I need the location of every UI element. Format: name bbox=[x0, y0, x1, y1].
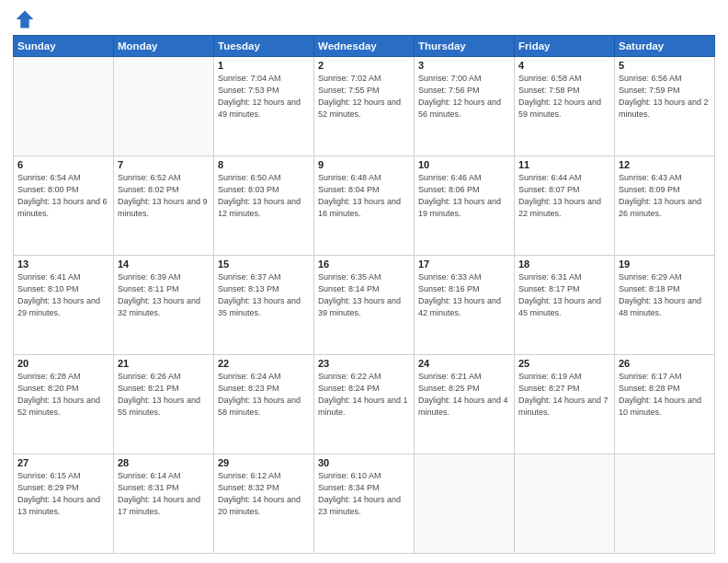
calendar-cell: 17Sunrise: 6:33 AM Sunset: 8:16 PM Dayli… bbox=[415, 256, 515, 355]
day-number: 8 bbox=[218, 159, 310, 170]
calendar-cell: 1Sunrise: 7:04 AM Sunset: 7:53 PM Daylig… bbox=[214, 57, 314, 156]
day-info: Sunrise: 6:10 AM Sunset: 8:34 PM Dayligh… bbox=[318, 470, 410, 518]
calendar-cell: 7Sunrise: 6:52 AM Sunset: 8:02 PM Daylig… bbox=[114, 156, 214, 256]
week-row-0: 1Sunrise: 7:04 AM Sunset: 7:53 PM Daylig… bbox=[14, 57, 715, 156]
day-info: Sunrise: 6:50 AM Sunset: 8:03 PM Dayligh… bbox=[218, 172, 310, 220]
calendar-cell bbox=[14, 57, 114, 156]
day-number: 9 bbox=[318, 159, 410, 170]
day-info: Sunrise: 7:04 AM Sunset: 7:53 PM Dayligh… bbox=[218, 73, 310, 121]
logo-inner bbox=[13, 9, 37, 29]
day-number: 6 bbox=[17, 159, 109, 170]
week-row-2: 13Sunrise: 6:41 AM Sunset: 8:10 PM Dayli… bbox=[14, 256, 715, 355]
calendar-cell bbox=[515, 454, 615, 554]
day-number: 27 bbox=[17, 457, 109, 468]
calendar-cell bbox=[114, 57, 214, 156]
page: SundayMondayTuesdayWednesdayThursdayFrid… bbox=[0, 0, 728, 563]
day-number: 14 bbox=[118, 259, 210, 270]
calendar-table: SundayMondayTuesdayWednesdayThursdayFrid… bbox=[13, 35, 715, 554]
day-info: Sunrise: 6:35 AM Sunset: 8:14 PM Dayligh… bbox=[318, 271, 410, 319]
day-number: 23 bbox=[318, 358, 410, 369]
calendar-cell bbox=[415, 454, 515, 554]
day-info: Sunrise: 6:56 AM Sunset: 7:59 PM Dayligh… bbox=[619, 73, 711, 121]
calendar-cell: 10Sunrise: 6:46 AM Sunset: 8:06 PM Dayli… bbox=[415, 156, 515, 256]
day-number: 12 bbox=[619, 159, 711, 170]
day-number: 13 bbox=[17, 259, 109, 270]
calendar-cell: 9Sunrise: 6:48 AM Sunset: 8:04 PM Daylig… bbox=[314, 156, 415, 256]
calendar-cell: 21Sunrise: 6:26 AM Sunset: 8:21 PM Dayli… bbox=[114, 355, 214, 454]
day-number: 24 bbox=[418, 358, 510, 369]
day-info: Sunrise: 6:43 AM Sunset: 8:09 PM Dayligh… bbox=[619, 172, 711, 220]
day-info: Sunrise: 6:58 AM Sunset: 7:58 PM Dayligh… bbox=[518, 73, 610, 121]
day-number: 25 bbox=[518, 358, 610, 369]
day-number: 26 bbox=[619, 358, 711, 369]
week-row-1: 6Sunrise: 6:54 AM Sunset: 8:00 PM Daylig… bbox=[14, 156, 715, 256]
day-number: 22 bbox=[218, 358, 310, 369]
calendar-cell: 28Sunrise: 6:14 AM Sunset: 8:31 PM Dayli… bbox=[114, 454, 214, 554]
week-row-3: 20Sunrise: 6:28 AM Sunset: 8:20 PM Dayli… bbox=[14, 355, 715, 454]
calendar-cell: 11Sunrise: 6:44 AM Sunset: 8:07 PM Dayli… bbox=[515, 156, 615, 256]
calendar-cell: 27Sunrise: 6:15 AM Sunset: 8:29 PM Dayli… bbox=[14, 454, 114, 554]
general-blue-icon bbox=[15, 9, 35, 29]
calendar-cell: 19Sunrise: 6:29 AM Sunset: 8:18 PM Dayli… bbox=[615, 256, 715, 355]
day-info: Sunrise: 6:37 AM Sunset: 8:13 PM Dayligh… bbox=[218, 271, 310, 319]
day-number: 1 bbox=[218, 60, 310, 71]
calendar-cell: 12Sunrise: 6:43 AM Sunset: 8:09 PM Dayli… bbox=[615, 156, 715, 256]
col-header-sunday: Sunday bbox=[14, 36, 114, 57]
day-number: 18 bbox=[518, 259, 610, 270]
col-header-tuesday: Tuesday bbox=[214, 36, 314, 57]
day-info: Sunrise: 6:28 AM Sunset: 8:20 PM Dayligh… bbox=[17, 371, 109, 419]
calendar-cell: 30Sunrise: 6:10 AM Sunset: 8:34 PM Dayli… bbox=[314, 454, 415, 554]
day-info: Sunrise: 6:19 AM Sunset: 8:27 PM Dayligh… bbox=[518, 371, 610, 419]
day-number: 7 bbox=[118, 159, 210, 170]
day-info: Sunrise: 6:52 AM Sunset: 8:02 PM Dayligh… bbox=[118, 172, 210, 220]
day-info: Sunrise: 6:39 AM Sunset: 8:11 PM Dayligh… bbox=[118, 271, 210, 319]
day-info: Sunrise: 6:46 AM Sunset: 8:06 PM Dayligh… bbox=[418, 172, 510, 220]
week-row-4: 27Sunrise: 6:15 AM Sunset: 8:29 PM Dayli… bbox=[14, 454, 715, 554]
calendar-cell bbox=[615, 454, 715, 554]
day-number: 11 bbox=[518, 159, 610, 170]
col-header-friday: Friday bbox=[515, 36, 615, 57]
day-info: Sunrise: 6:29 AM Sunset: 8:18 PM Dayligh… bbox=[619, 271, 711, 319]
day-info: Sunrise: 6:54 AM Sunset: 8:00 PM Dayligh… bbox=[17, 172, 109, 220]
col-header-wednesday: Wednesday bbox=[314, 36, 415, 57]
calendar-cell: 26Sunrise: 6:17 AM Sunset: 8:28 PM Dayli… bbox=[615, 355, 715, 454]
day-number: 15 bbox=[218, 259, 310, 270]
calendar-cell: 23Sunrise: 6:22 AM Sunset: 8:24 PM Dayli… bbox=[314, 355, 415, 454]
day-info: Sunrise: 7:00 AM Sunset: 7:56 PM Dayligh… bbox=[418, 73, 510, 121]
day-info: Sunrise: 6:22 AM Sunset: 8:24 PM Dayligh… bbox=[318, 371, 410, 419]
calendar-cell: 6Sunrise: 6:54 AM Sunset: 8:00 PM Daylig… bbox=[14, 156, 114, 256]
calendar-cell: 4Sunrise: 6:58 AM Sunset: 7:58 PM Daylig… bbox=[515, 57, 615, 156]
day-number: 16 bbox=[318, 259, 410, 270]
calendar-cell: 24Sunrise: 6:21 AM Sunset: 8:25 PM Dayli… bbox=[415, 355, 515, 454]
day-info: Sunrise: 6:41 AM Sunset: 8:10 PM Dayligh… bbox=[17, 271, 109, 319]
day-info: Sunrise: 6:17 AM Sunset: 8:28 PM Dayligh… bbox=[619, 371, 711, 419]
day-number: 21 bbox=[118, 358, 210, 369]
day-number: 4 bbox=[518, 60, 610, 71]
calendar-cell: 2Sunrise: 7:02 AM Sunset: 7:55 PM Daylig… bbox=[314, 57, 415, 156]
header bbox=[13, 9, 715, 29]
calendar-cell: 14Sunrise: 6:39 AM Sunset: 8:11 PM Dayli… bbox=[114, 256, 214, 355]
calendar-header-row: SundayMondayTuesdayWednesdayThursdayFrid… bbox=[14, 36, 715, 57]
day-number: 17 bbox=[418, 259, 510, 270]
day-info: Sunrise: 6:15 AM Sunset: 8:29 PM Dayligh… bbox=[17, 470, 109, 518]
day-number: 3 bbox=[418, 60, 510, 71]
calendar-cell: 25Sunrise: 6:19 AM Sunset: 8:27 PM Dayli… bbox=[515, 355, 615, 454]
calendar-cell: 22Sunrise: 6:24 AM Sunset: 8:23 PM Dayli… bbox=[214, 355, 314, 454]
col-header-monday: Monday bbox=[114, 36, 214, 57]
calendar-cell: 15Sunrise: 6:37 AM Sunset: 8:13 PM Dayli… bbox=[214, 256, 314, 355]
day-number: 28 bbox=[118, 457, 210, 468]
calendar-cell: 29Sunrise: 6:12 AM Sunset: 8:32 PM Dayli… bbox=[214, 454, 314, 554]
calendar-cell: 16Sunrise: 6:35 AM Sunset: 8:14 PM Dayli… bbox=[314, 256, 415, 355]
day-info: Sunrise: 6:24 AM Sunset: 8:23 PM Dayligh… bbox=[218, 371, 310, 419]
calendar-cell: 8Sunrise: 6:50 AM Sunset: 8:03 PM Daylig… bbox=[214, 156, 314, 256]
day-info: Sunrise: 6:21 AM Sunset: 8:25 PM Dayligh… bbox=[418, 371, 510, 419]
day-info: Sunrise: 6:48 AM Sunset: 8:04 PM Dayligh… bbox=[318, 172, 410, 220]
calendar-cell: 3Sunrise: 7:00 AM Sunset: 7:56 PM Daylig… bbox=[415, 57, 515, 156]
day-number: 20 bbox=[17, 358, 109, 369]
day-number: 19 bbox=[619, 259, 711, 270]
logo bbox=[13, 9, 37, 29]
day-info: Sunrise: 6:31 AM Sunset: 8:17 PM Dayligh… bbox=[518, 271, 610, 319]
day-info: Sunrise: 6:33 AM Sunset: 8:16 PM Dayligh… bbox=[418, 271, 510, 319]
calendar-cell: 20Sunrise: 6:28 AM Sunset: 8:20 PM Dayli… bbox=[14, 355, 114, 454]
day-number: 5 bbox=[619, 60, 711, 71]
